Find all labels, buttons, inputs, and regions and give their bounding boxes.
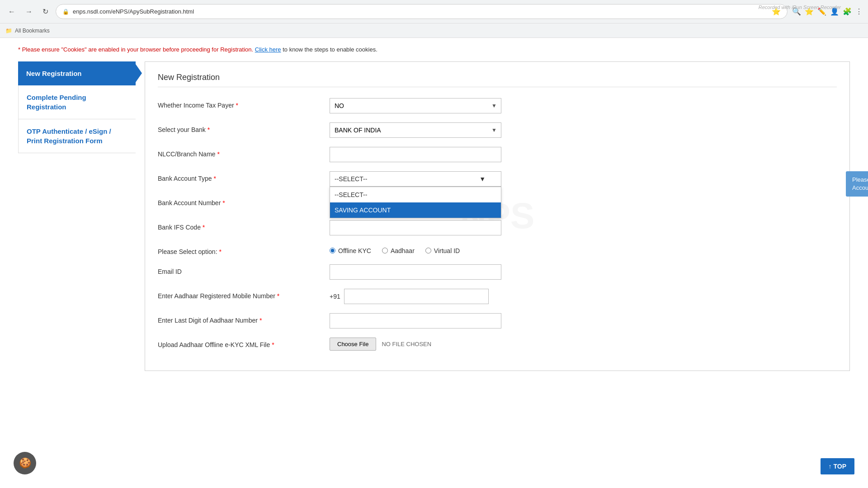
kyc-virtual-radio[interactable]: [425, 248, 431, 253]
ifs-code-required: *: [203, 224, 205, 231]
account-type-trigger[interactable]: --SELECT-- ▼: [330, 171, 501, 187]
cookie-notice-text2: to know the steps to enable cookies.: [283, 46, 377, 53]
kyc-option-required: *: [219, 248, 221, 255]
kyc-option-label: Please Select option: *: [158, 244, 330, 255]
kyc-offline-radio[interactable]: [330, 248, 335, 253]
url-text: enps.nsdl.com/eNPS/ApySubRegistration.ht…: [73, 8, 194, 15]
recording-label: Recorded with iRun Screen Recorder: [759, 5, 841, 10]
no-file-text: NO FILE CHOSEN: [382, 341, 431, 347]
sidebar-item-complete-pending[interactable]: Complete Pending Registration: [18, 85, 136, 119]
account-type-dropdown-container: --SELECT-- ▼ --SELECT-- SAVING ACCOUNT: [330, 171, 501, 187]
nlcc-control: [330, 147, 837, 162]
last-digit-input[interactable]: [330, 313, 501, 328]
kyc-option-control: Offline KYC Aadhaar Virtual ID: [330, 244, 837, 254]
nlcc-label: NLCC/Branch Name *: [158, 147, 330, 158]
ifs-code-label: Bank IFS Code *: [158, 220, 330, 231]
mobile-required: *: [277, 292, 279, 300]
address-bar[interactable]: 🔒 enps.nsdl.com/eNPS/ApySubRegistration.…: [56, 4, 788, 19]
kyc-file-row: Upload Aadhaar Offline e-KYC XML File * …: [158, 338, 837, 351]
income-tax-select[interactable]: NO YES: [330, 98, 501, 113]
main-layout: New Registration Complete Pending Regist…: [18, 61, 850, 371]
last-digit-label: Enter Last Digit of Aadhaar Number *: [158, 313, 330, 324]
account-type-row: Bank Account Type * --SELECT-- ▼ --SELEC…: [158, 171, 837, 187]
kyc-virtual-label[interactable]: Virtual ID: [425, 247, 460, 254]
bank-select-wrapper: BANK OF INDIA STATE BANK OF INDIA HDFC B…: [330, 122, 501, 138]
page-content: * Please ensure "Cookies" are enabled in…: [0, 38, 868, 378]
bookmarks-bar: 📁 All Bookmarks: [0, 23, 868, 38]
sidebar-new-reg-label: New Registration: [26, 70, 82, 77]
income-tax-row: Whether Income Tax Payer * NO YES ▼: [158, 98, 837, 113]
email-row: Email ID: [158, 264, 837, 280]
bookmarks-folder-icon: 📁: [5, 28, 12, 34]
browser-toolbar: ← → ↻ 🔒 enps.nsdl.com/eNPS/ApySubRegistr…: [0, 0, 868, 23]
kyc-aadhaar-text: Aadhaar: [391, 247, 415, 254]
bank-row: Select your Bank * BANK OF INDIA STATE B…: [158, 122, 837, 138]
extension-button[interactable]: 🧩: [843, 7, 852, 16]
sidebar-item-otp-authenticate[interactable]: OTP Authenticate / eSign / Print Registr…: [18, 119, 136, 153]
kyc-radio-group: Offline KYC Aadhaar Virtual ID: [330, 244, 837, 254]
nlcc-required: *: [217, 150, 220, 158]
account-number-required: *: [222, 199, 225, 206]
kyc-offline-text: Offline KYC: [338, 247, 371, 254]
kyc-file-control: Choose File NO FILE CHOSEN: [330, 338, 837, 351]
mobile-input[interactable]: [344, 289, 489, 304]
forward-button[interactable]: →: [23, 6, 35, 18]
mobile-label: Enter Aadhaar Registered Mobile Number *: [158, 289, 330, 300]
last-digit-row: Enter Last Digit of Aadhaar Number *: [158, 313, 837, 328]
file-upload-wrapper: Choose File NO FILE CHOSEN: [330, 338, 837, 351]
back-button[interactable]: ←: [5, 6, 18, 18]
account-type-option-saving[interactable]: SAVING ACCOUNT: [330, 202, 501, 218]
account-type-tooltip: Please select your Account Type: [846, 171, 868, 197]
kyc-virtual-text: Virtual ID: [434, 247, 460, 254]
last-digit-required: *: [259, 317, 262, 324]
mobile-prefix: +91: [330, 293, 340, 300]
mobile-control: +91: [330, 289, 837, 304]
email-input[interactable]: [330, 264, 501, 280]
kyc-file-label: Upload Aadhaar Offline e-KYC XML File *: [158, 338, 330, 348]
form-title: New Registration: [158, 73, 837, 87]
account-type-value: --SELECT--: [335, 175, 367, 183]
kyc-offline-label[interactable]: Offline KYC: [330, 247, 371, 254]
ifs-code-input[interactable]: [330, 220, 501, 235]
account-type-option-select[interactable]: --SELECT--: [330, 187, 501, 202]
account-type-required: *: [214, 175, 216, 182]
menu-button[interactable]: ⋮: [855, 7, 863, 16]
kyc-aadhaar-radio[interactable]: [382, 248, 388, 253]
income-tax-required: *: [236, 102, 238, 109]
email-label: Email ID: [158, 264, 330, 275]
sidebar-item-new-registration[interactable]: New Registration: [18, 61, 136, 85]
sidebar-otp-label: OTP Authenticate / eSign / Print Registr…: [27, 127, 111, 145]
kyc-aadhaar-label[interactable]: Aadhaar: [382, 247, 415, 254]
account-type-control: --SELECT-- ▼ --SELECT-- SAVING ACCOUNT: [330, 171, 837, 187]
nlcc-input[interactable]: [330, 147, 501, 162]
cookie-notice: * Please ensure "Cookies" are enabled in…: [18, 45, 850, 54]
bank-select[interactable]: BANK OF INDIA STATE BANK OF INDIA HDFC B…: [330, 122, 501, 138]
income-tax-label: Whether Income Tax Payer *: [158, 98, 330, 109]
mobile-row: Enter Aadhaar Registered Mobile Number *…: [158, 289, 837, 304]
income-tax-control: NO YES ▼: [330, 98, 837, 113]
click-here-link[interactable]: Click here: [255, 46, 281, 53]
sidebar-complete-pending-label: Complete Pending Registration: [27, 94, 86, 111]
form-container: NPS New Registration Whether Income Tax …: [145, 61, 850, 371]
email-control: [330, 264, 837, 280]
reload-button[interactable]: ↻: [40, 5, 51, 18]
ifs-code-control: [330, 220, 837, 235]
account-number-label: Bank Account Number *: [158, 196, 330, 206]
bookmarks-label: All Bookmarks: [15, 28, 50, 34]
cookie-notice-text: * Please ensure "Cookies" are enabled in…: [18, 46, 253, 53]
account-type-label: Bank Account Type *: [158, 171, 330, 182]
bank-control: BANK OF INDIA STATE BANK OF INDIA HDFC B…: [330, 122, 837, 138]
bank-label: Select your Bank *: [158, 122, 330, 133]
choose-file-button[interactable]: Choose File: [330, 338, 376, 351]
sidebar: New Registration Complete Pending Regist…: [18, 61, 136, 153]
bank-required: *: [208, 126, 210, 133]
kyc-option-row: Please Select option: * Offline KYC Aadh…: [158, 244, 837, 255]
mobile-prefix-group: +91: [330, 289, 837, 304]
last-digit-control: [330, 313, 837, 328]
ifs-code-row: Bank IFS Code *: [158, 220, 837, 235]
kyc-file-required: *: [272, 341, 274, 348]
account-type-dropdown-list: --SELECT-- SAVING ACCOUNT: [330, 187, 501, 218]
account-type-arrow: ▼: [479, 175, 486, 183]
nlcc-row: NLCC/Branch Name *: [158, 147, 837, 162]
income-tax-select-wrapper: NO YES ▼: [330, 98, 501, 113]
